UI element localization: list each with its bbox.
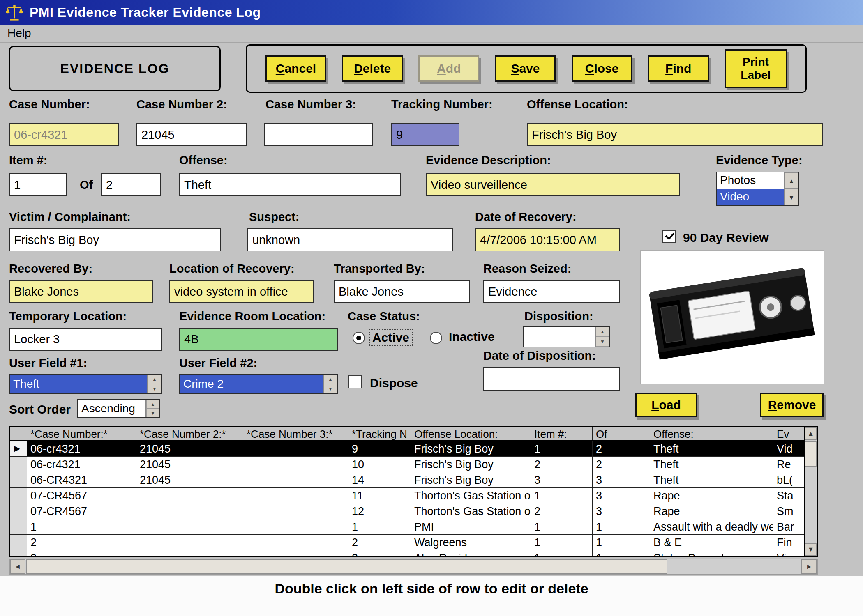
grid-vertical-scrollbar[interactable]: ▲ ▼: [804, 427, 817, 556]
cell[interactable]: [136, 519, 243, 535]
cell[interactable]: 1: [348, 519, 411, 535]
cell[interactable]: PMI: [411, 519, 531, 535]
cell[interactable]: Thorton's Gas Station o: [411, 488, 531, 503]
evidence-description-input[interactable]: Video surveillence: [426, 173, 680, 196]
scroll-up-icon[interactable]: ▲: [805, 427, 817, 440]
user-field-2-combo[interactable]: Crime 2 ▲▼: [179, 374, 338, 394]
cell[interactable]: Sm: [773, 503, 805, 519]
scroll-right-icon[interactable]: ►: [801, 559, 817, 574]
cell[interactable]: [243, 457, 348, 472]
scroll-down-icon[interactable]: ▼: [805, 543, 817, 556]
cell[interactable]: Theft: [650, 472, 773, 488]
table-row[interactable]: ►06-cr4321210459Frisch's Big Boy12TheftV…: [10, 441, 805, 457]
cell[interactable]: [243, 472, 348, 488]
cell[interactable]: Bar: [773, 519, 805, 535]
cell[interactable]: Theft: [650, 441, 773, 457]
transported-by-input[interactable]: Blake Jones: [334, 280, 470, 303]
cell[interactable]: 2: [593, 441, 650, 457]
cell[interactable]: [136, 488, 243, 503]
cell[interactable]: Rape: [650, 503, 773, 519]
cell[interactable]: Vid: [773, 441, 805, 457]
spinner-icon[interactable]: ▲▼: [323, 375, 337, 393]
disposition-combo[interactable]: ▲▼: [523, 326, 610, 347]
cell[interactable]: Re: [773, 457, 805, 472]
column-header[interactable]: *Case Number 3:*: [243, 427, 348, 440]
cell[interactable]: [136, 535, 243, 550]
cell[interactable]: 1: [593, 535, 650, 550]
table-row[interactable]: 06-CR43212104514Frisch's Big Boy33Theftb…: [10, 472, 805, 488]
case-number-3-input[interactable]: [264, 123, 373, 146]
cell[interactable]: 10: [348, 457, 411, 472]
cell[interactable]: 9: [348, 441, 411, 457]
table-row[interactable]: 06-cr43212104510Frisch's Big Boy22TheftR…: [10, 457, 805, 472]
delete-button[interactable]: Delete: [342, 55, 403, 82]
spinner-icon[interactable]: ▲▼: [147, 375, 161, 393]
cell[interactable]: [136, 503, 243, 519]
column-header[interactable]: Of: [593, 427, 650, 440]
cell[interactable]: 07-CR4567: [27, 488, 136, 503]
date-of-recovery-input[interactable]: 4/7/2006 10:15:00 AM: [475, 228, 620, 251]
cell[interactable]: Stolen Property: [650, 550, 773, 557]
column-header[interactable]: *Case Number 2:*: [136, 427, 243, 440]
cell[interactable]: [243, 535, 348, 550]
scroll-down-icon[interactable]: ▼: [785, 189, 798, 205]
reason-seized-input[interactable]: Evidence: [483, 280, 620, 303]
case-number-2-input[interactable]: 21045: [136, 123, 247, 146]
cell[interactable]: [243, 441, 348, 457]
table-row[interactable]: 22Walgreens11B & EFin: [10, 535, 805, 550]
cancel-button[interactable]: Cancel: [265, 55, 326, 82]
evidence-type-option-photos[interactable]: Photos: [717, 172, 784, 189]
cell[interactable]: Alex Residence: [411, 550, 531, 557]
cell[interactable]: 06-cr4321: [27, 457, 136, 472]
cell[interactable]: 2: [27, 535, 136, 550]
row-selector[interactable]: [10, 472, 27, 488]
sort-order-combo[interactable]: Ascending ▲▼: [77, 399, 160, 418]
cell[interactable]: 1: [593, 550, 650, 557]
cell[interactable]: 3: [531, 472, 593, 488]
cell[interactable]: Theft: [650, 457, 773, 472]
cell[interactable]: 1: [531, 488, 593, 503]
dispose-checkbox[interactable]: [348, 375, 362, 388]
cell[interactable]: [243, 488, 348, 503]
column-header[interactable]: *Tracking N: [348, 427, 411, 440]
cell[interactable]: 06-cr4321: [27, 441, 136, 457]
row-selector[interactable]: [10, 535, 27, 550]
cell[interactable]: 21045: [136, 441, 243, 457]
cell[interactable]: Vir: [773, 550, 805, 557]
table-row[interactable]: 11PMI11Assault with a deadly weBar: [10, 519, 805, 535]
cell[interactable]: 3: [593, 503, 650, 519]
cell[interactable]: 12: [348, 503, 411, 519]
close-button[interactable]: Close: [572, 55, 632, 82]
victim-input[interactable]: Frisch's Big Boy: [9, 228, 221, 251]
evidence-type-scrollbar[interactable]: ▲ ▼: [784, 172, 798, 205]
case-status-inactive-radio[interactable]: [430, 332, 442, 344]
cell[interactable]: Rape: [650, 488, 773, 503]
menu-item-help[interactable]: Help: [7, 27, 31, 40]
column-header[interactable]: Ev: [773, 427, 805, 440]
case-status-active-label[interactable]: Active: [369, 329, 413, 346]
ninety-day-review-checkbox[interactable]: [662, 230, 676, 243]
date-of-disposition-input[interactable]: [483, 367, 620, 391]
cell[interactable]: 2: [593, 457, 650, 472]
column-header[interactable]: Offense:: [650, 427, 773, 440]
cell[interactable]: 1: [593, 519, 650, 535]
case-status-active-radio[interactable]: [353, 332, 365, 344]
table-row[interactable]: 33Alex Residence11Stolen PropertyVir: [10, 550, 805, 557]
offense-input[interactable]: Theft: [179, 173, 401, 196]
save-button[interactable]: Save: [495, 55, 556, 82]
cell[interactable]: bL(: [773, 472, 805, 488]
cell[interactable]: Sta: [773, 488, 805, 503]
column-header[interactable]: Item #:: [531, 427, 593, 440]
table-row[interactable]: 07-CR456711Thorton's Gas Station o13Rape…: [10, 488, 805, 503]
cell[interactable]: Frisch's Big Boy: [411, 457, 531, 472]
cell[interactable]: 2: [531, 503, 593, 519]
column-header[interactable]: Offense Location:: [411, 427, 531, 440]
row-selector[interactable]: [10, 488, 27, 503]
spinner-icon[interactable]: ▲▼: [145, 400, 159, 417]
case-status-inactive-label[interactable]: Inactive: [446, 329, 497, 344]
evidence-type-option-video[interactable]: Video: [717, 189, 784, 205]
scrollbar-thumb[interactable]: [26, 559, 667, 574]
table-row[interactable]: 07-CR456712Thorton's Gas Station o23Rape…: [10, 503, 805, 519]
scrollbar-thumb[interactable]: [805, 441, 817, 467]
current-row-marker-icon[interactable]: ►: [10, 441, 27, 457]
